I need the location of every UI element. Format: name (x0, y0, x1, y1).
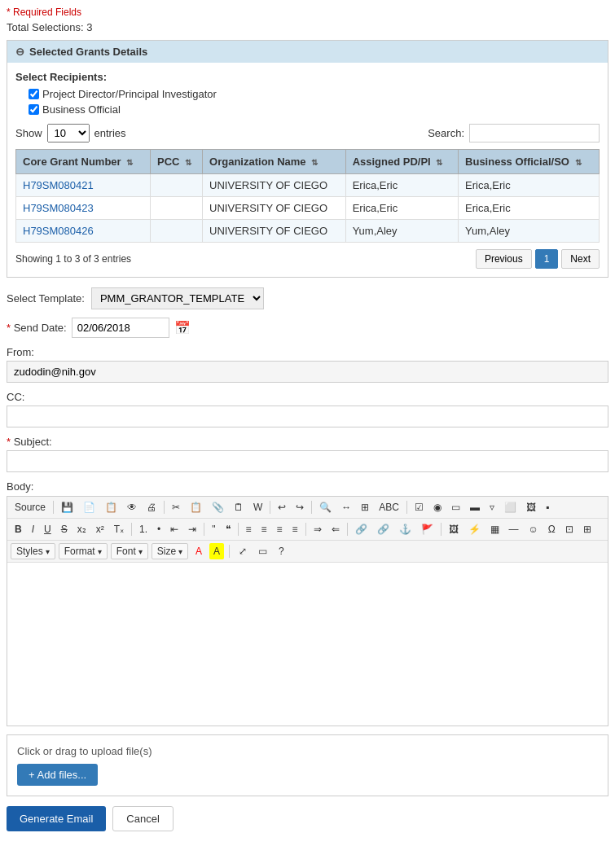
send-date-input[interactable] (72, 318, 169, 338)
add-files-button[interactable]: + Add files... (17, 764, 98, 786)
tb-textfield[interactable]: ▭ (447, 499, 464, 515)
tb-preview[interactable]: 👁 (123, 499, 141, 515)
sort-icon-bo[interactable]: ⇅ (575, 158, 582, 167)
checkbox-bo[interactable] (29, 104, 39, 115)
cc-label: CC: (7, 391, 608, 403)
tb-template-btn[interactable]: 📋 (101, 499, 121, 515)
sort-icon-pd[interactable]: ⇅ (436, 158, 442, 167)
tb-subscript[interactable]: x₂ (73, 521, 90, 537)
tb-ltr[interactable]: ⇒ (310, 521, 326, 537)
size-dropdown[interactable]: Size (152, 543, 188, 559)
subject-input[interactable] (7, 450, 608, 472)
tb-button[interactable]: ⬜ (500, 499, 521, 515)
tb-select[interactable]: ▿ (485, 499, 499, 515)
table-cell-pcc (151, 220, 203, 243)
cancel-button[interactable]: Cancel (112, 806, 173, 831)
tb-save[interactable]: 💾 (57, 499, 77, 515)
tb-link[interactable]: 🔗 (351, 521, 371, 537)
tb-remove-format[interactable]: Tₓ (110, 521, 128, 537)
tb-outdent[interactable]: ⇤ (166, 521, 182, 537)
tb-bold[interactable]: B (11, 521, 26, 537)
tb-table[interactable]: ▦ (486, 521, 503, 537)
tb-undo[interactable]: ↩ (274, 499, 290, 515)
checkbox-pd[interactable] (29, 89, 39, 99)
table-cell-business_official_so: Yum,Aley (459, 220, 600, 243)
styles-dropdown[interactable]: Styles (11, 543, 55, 559)
previous-button[interactable]: Previous (476, 249, 532, 269)
tb-rtl[interactable]: ⇐ (327, 521, 344, 537)
tb-paste[interactable]: 📎 (208, 499, 228, 515)
tb-special-char[interactable]: Ω (544, 521, 560, 537)
tb-show-blocks[interactable]: ▭ (254, 543, 271, 559)
tb-hiddenfield[interactable]: ▪ (542, 499, 553, 515)
toolbar-sep-8 (238, 523, 239, 536)
table-cell-core_grant_number[interactable]: H79SM080426 (16, 220, 151, 243)
tb-img-btn[interactable]: 🖼 (522, 499, 540, 515)
tb-select-all[interactable]: ⊞ (357, 499, 373, 515)
tb-superscript[interactable]: x² (92, 521, 108, 537)
sort-icon-cgn[interactable]: ⇅ (126, 158, 133, 167)
collapse-icon[interactable]: ⊖ (15, 46, 24, 58)
tb-image[interactable]: 🖼 (445, 521, 463, 537)
source-button[interactable]: Source (11, 499, 50, 515)
tb-ul[interactable]: • (153, 521, 165, 537)
sort-icon-pcc[interactable]: ⇅ (185, 158, 191, 167)
next-button[interactable]: Next (561, 249, 600, 269)
template-select[interactable]: PMM_GRANTOR_TEMPLATE (91, 287, 264, 309)
tb-cut[interactable]: ✂ (168, 499, 184, 515)
tb-flash[interactable]: ⚡ (464, 521, 485, 537)
tb-horiz-rule[interactable]: — (505, 521, 523, 537)
tb-indent[interactable]: ⇥ (184, 521, 200, 537)
tb-align-justify[interactable]: ≡ (288, 521, 302, 537)
checkbox-item-bo: Business Official (29, 103, 600, 116)
tb-bg-color[interactable]: A (209, 543, 224, 559)
tb-paste-text[interactable]: 🗒 (230, 499, 248, 515)
tb-spell[interactable]: ABC (375, 499, 403, 515)
format-dropdown[interactable]: Format (59, 543, 108, 559)
current-page: 1 (535, 249, 559, 269)
tb-newpage[interactable]: 📄 (79, 499, 99, 515)
tb-print[interactable]: 🖨 (143, 499, 160, 515)
tb-find[interactable]: 🔍 (315, 499, 336, 515)
table-cell-core_grant_number[interactable]: H79SM080421 (16, 174, 151, 197)
from-input (7, 361, 608, 383)
tb-help[interactable]: ? (275, 543, 288, 559)
editor-body[interactable] (7, 563, 608, 726)
form-section: Select Template: PMM_GRANTOR_TEMPLATE * … (7, 287, 608, 726)
table-cell-pcc (151, 174, 203, 197)
sort-icon-org[interactable]: ⇅ (311, 158, 318, 167)
required-fields-notice: * Required Fields (7, 7, 608, 18)
tb-strikethrough[interactable]: S (57, 521, 72, 537)
calendar-icon[interactable]: 📅 (174, 320, 191, 335)
tb-maximize[interactable]: ⤢ (235, 543, 251, 559)
tb-align-center[interactable]: ≡ (257, 521, 271, 537)
tb-font-color[interactable]: A (191, 543, 206, 559)
tb-textarea[interactable]: ▬ (466, 499, 484, 515)
tb-redo[interactable]: ↪ (292, 499, 308, 515)
tb-paste-word[interactable]: W (249, 499, 266, 515)
font-dropdown[interactable]: Font (111, 543, 148, 559)
table-cell-core_grant_number[interactable]: H79SM080423 (16, 197, 151, 220)
tb-ol[interactable]: 1. (135, 521, 152, 537)
tb-iframe[interactable]: ⊞ (579, 521, 595, 537)
tb-checkbox[interactable]: ☑ (411, 499, 428, 515)
tb-underline[interactable]: U (40, 521, 55, 537)
tb-smiley[interactable]: ☺ (525, 521, 543, 537)
tb-align-right[interactable]: ≡ (273, 521, 287, 537)
tb-copy[interactable]: 📋 (186, 499, 206, 515)
tb-radio[interactable]: ◉ (429, 499, 446, 515)
tb-blockquote[interactable]: " (208, 521, 219, 537)
tb-anchor[interactable]: ⚓ (395, 521, 415, 537)
table-header-row: Core Grant Number ⇅ PCC ⇅ Organization N… (16, 150, 600, 174)
tb-align-left[interactable]: ≡ (242, 521, 256, 537)
tb-flag[interactable]: 🚩 (417, 521, 437, 537)
tb-unlink[interactable]: 🔗 (373, 521, 393, 537)
generate-email-button[interactable]: Generate Email (7, 806, 106, 831)
tb-replace[interactable]: ↔ (337, 499, 355, 515)
show-entries-select[interactable]: 10 25 50 100 (47, 124, 90, 142)
tb-blockquote2[interactable]: ❝ (222, 521, 235, 537)
cc-input[interactable] (7, 406, 608, 427)
tb-pagebreak[interactable]: ⊡ (561, 521, 578, 537)
search-input[interactable] (469, 124, 600, 142)
tb-italic[interactable]: I (28, 521, 38, 537)
